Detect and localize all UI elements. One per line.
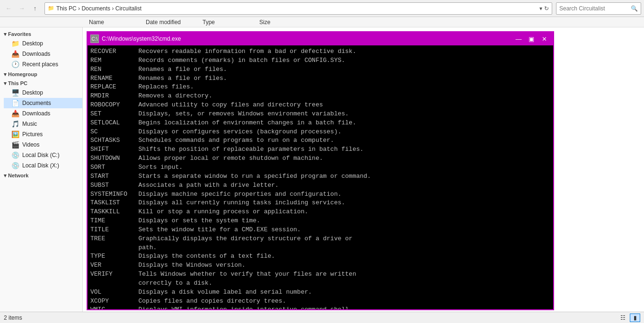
music-icon: 🎵	[11, 120, 19, 128]
sidebar-label: Local Disk (C:)	[22, 152, 60, 158]
address-bar: 📁 This PC › Documents › Circuitalist ▾ ↻	[44, 2, 552, 15]
sidebar-label: Desktop	[22, 89, 43, 96]
item-count: 2 items	[4, 314, 22, 321]
col-header-date[interactable]: Date modified	[142, 19, 199, 26]
sidebar-item-local-disk-c[interactable]: 💿 Local Disk (C:)	[4, 150, 82, 160]
sidebar-label: Pictures	[22, 131, 43, 138]
col-header-size[interactable]: Size	[256, 19, 312, 26]
thispc-group: 🖥️ Desktop 📄 Documents 📥 Downloads 🎵 Mus…	[0, 87, 82, 171]
cmd-title: C:\Windows\system32\cmd.exe	[102, 35, 512, 42]
back-button[interactable]: ←	[3, 3, 14, 14]
refresh-icon[interactable]: ↻	[544, 5, 549, 12]
col-header-type[interactable]: Type	[199, 19, 256, 26]
sidebar-label: Desktop	[22, 40, 43, 47]
sidebar-label: Recent places	[22, 61, 58, 68]
sidebar-label: Music	[22, 121, 37, 127]
address-part-thispc[interactable]: This PC	[56, 5, 77, 12]
top-navigation-bar: ← → ↑ 📁 This PC › Documents › Circuitali…	[0, 0, 644, 17]
network-collapse-icon: ▾	[4, 173, 7, 178]
recent-icon: 🕐	[11, 61, 19, 68]
sidebar-section-homegroup[interactable]: ▾ Homegroup	[0, 70, 82, 79]
documents-icon: 📄	[11, 99, 19, 107]
sidebar-section-thispc[interactable]: ▾ This PC	[0, 79, 82, 87]
search-icon: 🔍	[631, 5, 638, 12]
sidebar-item-videos[interactable]: 🎬 Videos	[4, 140, 82, 150]
view-large-icons-button[interactable]: ▮	[630, 314, 640, 322]
address-dropdown-icon[interactable]: ▾	[539, 5, 542, 12]
status-bar: 2 items ☷ ▮	[0, 312, 644, 323]
cmd-window-controls: — ▣ ✕	[512, 34, 550, 44]
sidebar-label: Downloads	[22, 51, 50, 57]
disk-x-icon: 💿	[11, 162, 19, 169]
cmd-body: RECOVER Recovers readable information fr…	[88, 45, 553, 309]
sidebar-item-desktop-pc[interactable]: 🖥️ Desktop	[4, 87, 82, 98]
content-area: C:\ C:\Windows\system32\cmd.exe — ▣ ✕ RE…	[83, 27, 644, 312]
sidebar-section-network[interactable]: ▾ Network	[0, 171, 82, 180]
favorites-group: 📁 Desktop 📥 Downloads 🕐 Recent places	[0, 38, 82, 70]
thispc-collapse-icon: ▾	[4, 80, 7, 86]
cmd-minimize-button[interactable]: —	[512, 34, 525, 44]
sidebar-label: Videos	[22, 141, 39, 148]
sidebar-item-documents[interactable]: 📄 Documents	[4, 98, 82, 108]
desktop-icon: 📁	[11, 40, 19, 47]
main-layout: ▾ Favorites 📁 Desktop 📥 Downloads 🕐 Rece…	[0, 27, 644, 312]
search-input[interactable]	[559, 5, 631, 12]
sidebar-item-recent-places[interactable]: 🕐 Recent places	[4, 59, 82, 70]
cmd-output[interactable]: RECOVER Recovers readable information fr…	[88, 45, 553, 309]
sidebar-section-favorites[interactable]: ▾ Favorites	[0, 29, 82, 38]
cmd-titlebar: C:\ C:\Windows\system32\cmd.exe — ▣ ✕	[88, 32, 553, 45]
cmd-close-button[interactable]: ✕	[538, 34, 550, 44]
view-controls: ☷ ▮	[618, 314, 640, 322]
videos-icon: 🎬	[11, 141, 19, 148]
favorites-collapse-icon: ▾	[4, 31, 7, 37]
address-part-documents[interactable]: Documents	[81, 5, 110, 12]
search-bar: 🔍	[556, 2, 641, 15]
up-button[interactable]: ↑	[29, 3, 41, 14]
cmd-restore-button[interactable]: ▣	[525, 34, 538, 44]
sidebar-item-music[interactable]: 🎵 Music	[4, 119, 82, 129]
disk-c-icon: 💿	[11, 151, 19, 159]
sidebar-item-downloads-fav[interactable]: 📥 Downloads	[4, 49, 82, 59]
address-part-circuitalist[interactable]: Circuitalist	[115, 5, 141, 12]
sidebar-item-local-disk-x[interactable]: 💿 Local Disk (X:)	[4, 160, 82, 171]
sidebar-item-desktop-fav[interactable]: 📁 Desktop	[4, 38, 82, 49]
folder-icon: 📁	[48, 5, 54, 11]
address-text: This PC › Documents › Circuitalist	[56, 5, 539, 12]
sidebar-label: Local Disk (X:)	[22, 162, 59, 169]
cmd-app-icon: C:\	[90, 35, 99, 43]
downloads-icon: 📥	[11, 50, 19, 58]
desktop-pc-icon: 🖥️	[11, 89, 19, 96]
sidebar-label: Documents	[22, 100, 51, 106]
pictures-icon: 🖼️	[11, 131, 19, 138]
downloads-pc-icon: 📥	[11, 110, 19, 117]
column-headers: Name Date modified Type Size	[0, 17, 644, 27]
cmd-window: C:\ C:\Windows\system32\cmd.exe — ▣ ✕ RE…	[87, 31, 554, 310]
homegroup-collapse-icon: ▾	[4, 71, 7, 77]
sidebar-label: Downloads	[22, 110, 50, 117]
sidebar: ▾ Favorites 📁 Desktop 📥 Downloads 🕐 Rece…	[0, 27, 83, 312]
sidebar-item-pictures[interactable]: 🖼️ Pictures	[4, 129, 82, 140]
sidebar-item-downloads[interactable]: 📥 Downloads	[4, 108, 82, 119]
col-header-name[interactable]: Name	[85, 19, 142, 26]
view-details-button[interactable]: ☷	[618, 314, 628, 322]
forward-button[interactable]: →	[16, 3, 27, 14]
